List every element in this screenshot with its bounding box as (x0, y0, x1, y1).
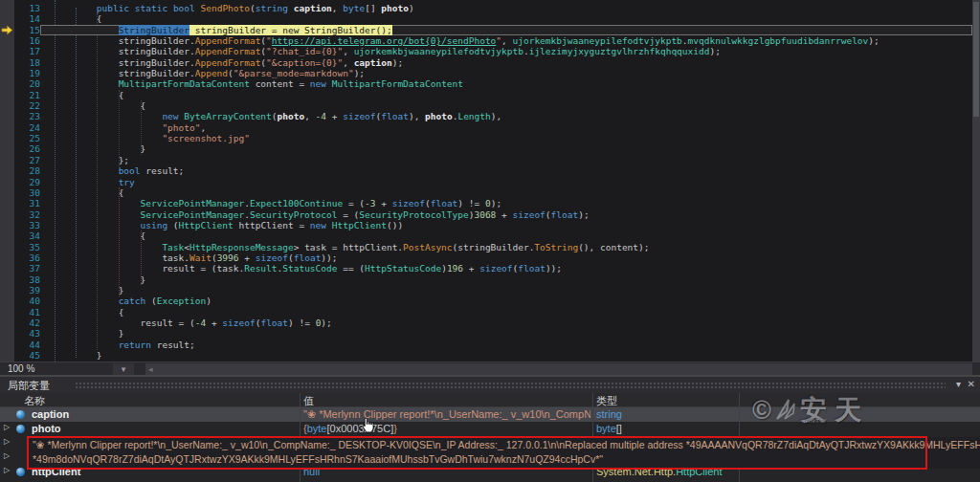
locals-panel: 局部变量 ▾ ✕ 名称 值 类型 caption"❀ *Merlynn Clip… (0, 375, 980, 482)
close-icon[interactable]: ✕ (968, 379, 975, 389)
variable-icon (16, 425, 25, 433)
line-number: 34 (14, 230, 40, 241)
line-number: 24 (14, 122, 40, 133)
line-number: 29 (14, 177, 40, 187)
variable-name: photo (32, 422, 61, 436)
line-number: 25 (14, 133, 40, 143)
line-number: 45 (14, 350, 40, 361)
code-line-19[interactable]: 19 stringBuilder.Append("&parse_mode=mar… (14, 68, 972, 78)
zoom-dropdown[interactable]: ▾ (113, 363, 134, 375)
locals-panel-title: 局部变量 (8, 379, 50, 393)
debugger-window: 13 public static bool SendPhoto(string c… (0, 0, 980, 482)
variable-value[interactable]: {byte[0x0003A75C]} (303, 422, 590, 436)
code-line-29[interactable]: 29 try (14, 177, 972, 187)
column-header-type[interactable]: 类型 (596, 394, 617, 408)
red-highlight-box (27, 436, 927, 470)
line-number: 44 (14, 340, 40, 350)
variable-type: string (596, 407, 737, 422)
code-line-20[interactable]: 20 MultipartFormDataContent content = ne… (14, 78, 972, 89)
copyright-icon: © (752, 396, 771, 425)
column-header-value[interactable]: 值 (303, 394, 314, 408)
code-lines: 13 public static bool SendPhoto(string c… (14, 3, 972, 361)
line-number: 27 (14, 155, 40, 165)
expander-icon[interactable]: ▷ (4, 466, 10, 474)
code-editor[interactable]: 13 public static bool SendPhoto(string c… (0, 0, 980, 362)
mouse-cursor-hand-icon (361, 417, 376, 434)
line-number: 21 (14, 90, 40, 100)
code-line-39[interactable]: 39 } (14, 285, 972, 296)
antiy-logo-icon (773, 398, 798, 423)
line-number: 15 (14, 25, 40, 35)
code-line-41[interactable]: 41 { (14, 307, 972, 318)
line-number: 26 (14, 143, 40, 154)
line-number: 19 (14, 68, 40, 78)
code-line-22[interactable]: 22 { (14, 100, 972, 111)
code-line-26[interactable]: 26 } (14, 143, 972, 154)
line-number: 17 (14, 46, 40, 56)
code-line-17[interactable]: 17 stringBuilder.AppendFormat("?chat_id=… (14, 46, 972, 56)
code-line-28[interactable]: 28 bool result; (14, 165, 972, 176)
expander-icon[interactable]: ▷ (4, 451, 10, 460)
expander-icon[interactable]: ▷ (4, 437, 10, 446)
code-line-14[interactable]: 14 { (14, 13, 972, 24)
code-line-23[interactable]: 23 new ByteArrayContent(photo, -4 + size… (14, 111, 972, 121)
editor-horizontal-scrollbar[interactable]: ◂ (145, 363, 972, 375)
line-number: 18 (14, 57, 40, 68)
code-line-31[interactable]: 31 ServicePointManager.Expect100Continue… (14, 198, 972, 208)
locals-title-bar[interactable]: 局部变量 ▾ ✕ (0, 377, 980, 393)
code-line-36[interactable]: 36 task.Wait(3996 + sizeof(float)); (14, 252, 972, 263)
current-statement-arrow-icon (1, 25, 13, 35)
code-line-33[interactable]: 33 using (HttpClient httpClient = new Ht… (14, 220, 972, 230)
code-line-34[interactable]: 34 { (14, 230, 972, 241)
code-line-21[interactable]: 21 { (14, 90, 972, 100)
expander-icon[interactable]: ▷ (4, 423, 10, 431)
line-number: 35 (14, 242, 40, 252)
scroll-left-icon: ◂ (148, 363, 153, 375)
code-line-40[interactable]: 40 catch (Exception) (14, 296, 972, 306)
line-number: 31 (14, 198, 40, 208)
titlebar-grip-texture (75, 382, 946, 389)
code-line-18[interactable]: 18 stringBuilder.AppendFormat("&caption=… (14, 57, 972, 68)
line-number: 28 (14, 165, 40, 176)
code-line-38[interactable]: 38 } (14, 274, 972, 285)
variable-icon (16, 468, 25, 476)
line-number: 20 (14, 78, 40, 89)
code-line-30[interactable]: 30 { (14, 187, 972, 198)
variable-type: byte[] (596, 422, 737, 436)
code-line-24[interactable]: 24 "photo", (14, 122, 972, 133)
line-number: 37 (14, 263, 40, 274)
code-line-44[interactable]: 44 return result; (14, 340, 972, 350)
line-number: 41 (14, 307, 40, 318)
line-number: 40 (14, 296, 40, 306)
line-number: 33 (14, 220, 40, 230)
column-header-name[interactable]: 名称 (24, 394, 45, 408)
variable-value[interactable]: "❀ *Merlynn Clipper report!*\n_UserName:… (303, 407, 590, 422)
code-line-35[interactable]: 35 Task<HttpResponseMessage> task = http… (14, 242, 972, 252)
variable-icon (16, 410, 25, 419)
line-number: 43 (14, 328, 40, 339)
editor-vertical-scrollbar[interactable] (972, 0, 980, 362)
code-line-42[interactable]: 42 result = (-4 + sizeof(float) != 0); (14, 318, 972, 328)
chevron-down-icon[interactable]: ▾ (956, 379, 961, 389)
code-line-45[interactable]: 45 } (14, 350, 972, 361)
code-line-13[interactable]: 13 public static bool SendPhoto(string c… (14, 3, 972, 13)
line-number: 42 (14, 318, 40, 328)
breakpoint-gutter[interactable] (0, 0, 14, 362)
line-number: 16 (14, 35, 40, 46)
zoom-level: 100 % (8, 363, 34, 374)
line-number: 13 (14, 3, 40, 13)
variable-name: caption (32, 407, 69, 422)
code-line-27[interactable]: 27 }; (14, 155, 972, 165)
code-line-16[interactable]: 16 stringBuilder.AppendFormat("https://a… (14, 35, 972, 46)
line-number: 30 (14, 187, 40, 198)
scrollbar-thumb[interactable] (973, 2, 979, 117)
antiy-sub-text: ANTIY (806, 418, 828, 424)
code-line-15[interactable]: 15 StringBuilder stringBuilder = new Str… (14, 25, 972, 35)
code-line-25[interactable]: 25 "screenshot.jpg" (14, 133, 972, 143)
code-line-32[interactable]: 32 ServicePointManager.SecurityProtocol … (14, 209, 972, 220)
line-number: 23 (14, 111, 40, 121)
code-line-43[interactable]: 43 } (14, 328, 972, 339)
code-line-37[interactable]: 37 result = (task.Result.StatusCode == (… (14, 263, 972, 274)
line-number: 38 (14, 274, 40, 285)
antiy-watermark: © 安天 ANTIY (752, 392, 869, 427)
